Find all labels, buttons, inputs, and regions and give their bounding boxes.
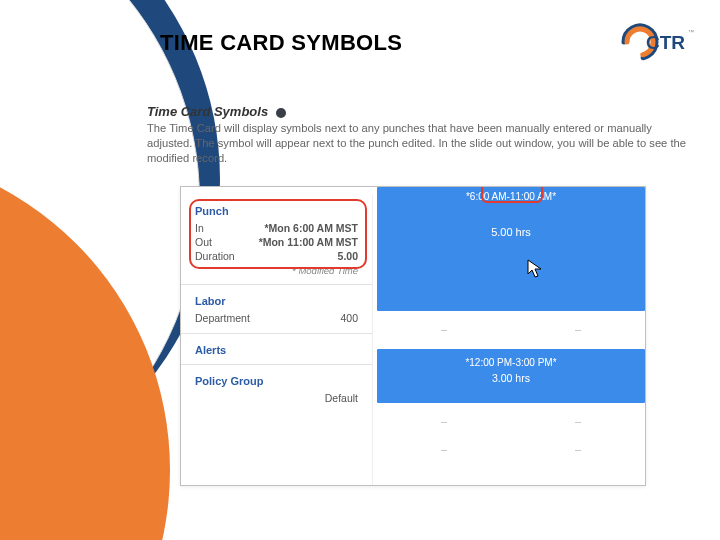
policy-value: Default — [325, 392, 358, 404]
punch-out-row: Out *Mon 11:00 AM MST — [195, 235, 358, 249]
empty-dash: – — [575, 443, 581, 455]
out-value: *Mon 11:00 AM MST — [259, 236, 358, 248]
section-description: The Time Card will display symbols next … — [147, 121, 697, 166]
shift-1-range: *6:00 AM-11:00 AM* — [377, 187, 645, 202]
empty-dash: – — [441, 443, 447, 455]
policy-section-header: Policy Group — [195, 375, 358, 387]
empty-dash: – — [441, 323, 447, 335]
policy-row: Default — [195, 391, 358, 405]
empty-dash: – — [575, 323, 581, 335]
modified-time-note: * Modified Time — [195, 265, 358, 276]
mouse-cursor-icon — [527, 259, 543, 279]
timecard-screenshot: Punch In *Mon 6:00 AM MST Out *Mon 11:00… — [180, 186, 646, 486]
alerts-section-header: Alerts — [195, 344, 358, 356]
panel-divider — [181, 284, 372, 285]
duration-value: 5.00 — [338, 250, 358, 262]
in-value: *Mon 6:00 AM MST — [264, 222, 358, 234]
empty-slot-row: – – — [377, 317, 645, 341]
subheading-text: Time Card Symbols — [147, 104, 268, 119]
empty-dash: – — [441, 415, 447, 427]
empty-slot-row: – – — [377, 437, 645, 461]
department-row: Department 400 — [195, 311, 358, 325]
department-label: Department — [195, 312, 250, 324]
in-label: In — [195, 222, 204, 234]
panel-divider — [181, 364, 372, 365]
shift-block-1[interactable]: *6:00 AM-11:00 AM* 5.00 hrs — [377, 187, 645, 311]
shift-2-range: *12:00 PM-3:00 PM* — [377, 349, 645, 368]
duration-label: Duration — [195, 250, 235, 262]
shift-block-2[interactable]: *12:00 PM-3:00 PM* 3.00 hrs — [377, 349, 645, 403]
empty-slot-row: – – — [377, 409, 645, 433]
svg-text:™: ™ — [688, 29, 694, 35]
labor-section-header: Labor — [195, 295, 358, 307]
panel-divider — [181, 333, 372, 334]
punch-section-header: Punch — [195, 205, 358, 217]
department-value: 400 — [340, 312, 358, 324]
slide-title: TIME CARD SYMBOLS — [160, 30, 402, 56]
detail-panel: Punch In *Mon 6:00 AM MST Out *Mon 11:00… — [181, 195, 373, 485]
section-subheading: Time Card Symbols — [147, 104, 698, 119]
ctr-logo: CTR ™ — [612, 20, 696, 64]
bullet-dot-icon — [276, 108, 286, 118]
punch-in-row: In *Mon 6:00 AM MST — [195, 221, 358, 235]
shift-2-hours: 3.00 hrs — [377, 372, 645, 384]
out-label: Out — [195, 236, 212, 248]
duration-row: Duration 5.00 — [195, 249, 358, 263]
empty-dash: – — [575, 415, 581, 427]
svg-text:CTR: CTR — [646, 32, 685, 53]
shift-1-hours: 5.00 hrs — [377, 226, 645, 238]
